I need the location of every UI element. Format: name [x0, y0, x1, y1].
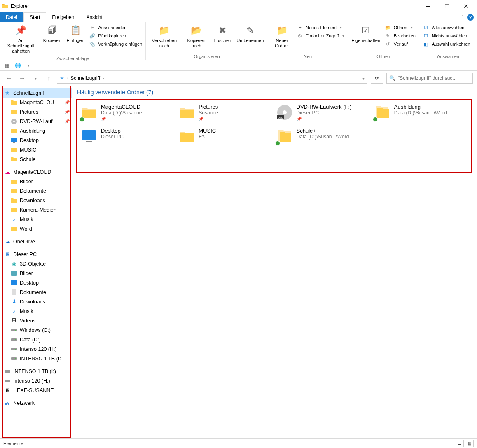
- tree-magenta-item[interactable]: Downloads: [2, 196, 72, 205]
- tab-start[interactable]: Start: [23, 12, 46, 22]
- tree-network[interactable]: 🖧 Netzwerk: [2, 398, 72, 408]
- folder-item[interactable]: Schule+ Data (D:)\Susan...\Word: [276, 128, 370, 145]
- tree-thispc-item[interactable]: Windows (C:): [2, 325, 72, 335]
- easy-access-button[interactable]: ⚙Einfacher Zugriff▾: [295, 32, 346, 40]
- tree-quick-item[interactable]: MUSIC: [2, 145, 72, 154]
- invert-selection-button[interactable]: ◧Auswahl umkehren: [421, 40, 472, 48]
- tree-drive-item[interactable]: 🖥HEXE-SUSANNE: [2, 385, 72, 395]
- navigation-tree[interactable]: ★ Schnellzugriff MagentaCLOU📌Pictures📌DV…: [0, 86, 72, 438]
- tree-thispc[interactable]: 🖥 Dieser PC: [2, 250, 72, 259]
- tree-magenta-item[interactable]: Dokumente: [2, 186, 72, 196]
- selectnone-icon: ☐: [423, 33, 429, 39]
- copyto-label: Kopieren nach: [184, 38, 208, 49]
- tab-share[interactable]: Freigeben: [46, 12, 80, 22]
- select-none-button[interactable]: ☐Nichts auswählen: [421, 32, 472, 40]
- maximize-button[interactable]: ☐: [437, 0, 456, 12]
- qat-view-icon[interactable]: ▦: [2, 61, 12, 70]
- folder-name: DVD-RW-Laufwerk (F:): [297, 104, 352, 110]
- tree-magentacloud[interactable]: ☁ MagentaCLOUD: [2, 167, 72, 177]
- tree-thispc-item[interactable]: Bilder: [2, 268, 72, 278]
- back-button[interactable]: ←: [4, 73, 14, 83]
- history-button[interactable]: ↺Verlauf: [383, 40, 417, 48]
- folder-large-icon: [178, 128, 195, 145]
- svg-rect-4: [11, 271, 17, 276]
- folder-item[interactable]: MUSIC E:\: [178, 128, 272, 145]
- svg-point-11: [15, 339, 16, 340]
- tree-thispc-item[interactable]: 🎞Videos: [2, 316, 72, 325]
- addr-dropdown-icon[interactable]: ▾: [362, 76, 365, 81]
- refresh-button[interactable]: ⟳: [371, 73, 383, 84]
- tree-thispc-item[interactable]: Desktop: [2, 278, 72, 287]
- copy-path-button[interactable]: 🔗Pfad kopieren: [87, 32, 144, 40]
- tree-thispc-item[interactable]: Data (D:): [2, 335, 72, 344]
- forward-button[interactable]: →: [17, 73, 27, 83]
- pin-quickaccess-button[interactable]: 📌 An Schnellzugriff anheften: [2, 23, 40, 55]
- ribbon-collapse-icon[interactable]: ˄: [461, 14, 464, 20]
- folder-item[interactable]: DVD DVD-RW-Laufwerk (F:) Dieser PC 📌: [276, 104, 370, 121]
- pin-icon: 📌: [101, 117, 142, 121]
- folder-item[interactable]: Desktop Dieser PC: [80, 128, 175, 145]
- cut-button[interactable]: ✂Ausschneiden: [87, 24, 144, 31]
- select-all-button[interactable]: ☑Alles auswählen: [421, 24, 472, 31]
- copy-button[interactable]: 🗐 Kopieren: [41, 23, 63, 44]
- tab-file[interactable]: Datei: [0, 12, 23, 22]
- breadcrumb-root[interactable]: Schnellzugriff: [70, 75, 100, 81]
- tree-quick-item[interactable]: Desktop: [2, 135, 72, 145]
- organize-caption: Organisieren: [147, 53, 266, 60]
- folder-icon: [11, 197, 17, 204]
- paste-button[interactable]: 📋 Einfügen: [64, 23, 87, 44]
- paste-link-button[interactable]: 📎Verknüpfung einfügen: [87, 40, 144, 48]
- recent-dropdown[interactable]: ▾: [30, 73, 40, 83]
- new-folder-button[interactable]: 📁 Neuer Ordner: [270, 23, 294, 49]
- search-box[interactable]: 🔍: [386, 73, 473, 84]
- folder-large-icon: [276, 128, 293, 145]
- properties-icon: ☑: [359, 24, 372, 37]
- pin-icon: 📌: [199, 117, 218, 121]
- tree-thispc-item[interactable]: ⬇Downloads: [2, 297, 72, 306]
- tree-drive-item[interactable]: INTENSO 1 TB (I:): [2, 366, 72, 376]
- address-bar[interactable]: ★ › Schnellzugriff › ▾: [57, 73, 367, 84]
- tree-quick-item[interactable]: DVD-RW-Lauf📌: [2, 117, 72, 126]
- tree-quick-item[interactable]: Ausbildung: [2, 126, 72, 135]
- folder-item[interactable]: Pictures Susanne 📌: [178, 104, 272, 121]
- item-icon: [11, 346, 17, 352]
- delete-button[interactable]: ✖ Löschen: [212, 23, 234, 44]
- qat-globe-icon[interactable]: 🌐: [13, 61, 22, 70]
- tree-quick-item[interactable]: MagentaCLOU📌: [2, 98, 72, 107]
- tree-onedrive[interactable]: ☁ OneDrive: [2, 237, 72, 246]
- tree-quickaccess[interactable]: ★ Schnellzugriff: [2, 88, 72, 98]
- rename-button[interactable]: ✎ Umbenennen: [234, 23, 266, 44]
- tree-magenta-item[interactable]: Word: [2, 224, 72, 233]
- minimize-button[interactable]: ─: [419, 0, 437, 12]
- folder-item[interactable]: Ausbildung Data (D:)\Susan...\Word: [374, 104, 468, 121]
- help-icon[interactable]: ?: [467, 14, 474, 21]
- tree-thispc-item[interactable]: ♪Musik: [2, 306, 72, 316]
- tree-thispc-item[interactable]: INTENSO 1 TB (I:: [2, 354, 72, 363]
- tree-magenta-item[interactable]: ♪Musik: [2, 215, 72, 224]
- move-to-button[interactable]: 📁 Verschieben nach: [147, 23, 181, 49]
- tree-drive-item[interactable]: Intenso 120 (H:): [2, 376, 72, 385]
- tree-thispc-item[interactable]: Dokumente: [2, 287, 72, 297]
- search-input[interactable]: [398, 75, 470, 81]
- tree-quick-item[interactable]: Schule+: [2, 154, 72, 164]
- close-button[interactable]: ✕: [456, 0, 475, 12]
- folder-path: Dieser PC: [101, 134, 124, 140]
- folder-item[interactable]: MagentaCLOUD Data (D:)\Susanne 📌: [80, 104, 175, 121]
- tree-thispc-item[interactable]: Intenso 120 (H:): [2, 344, 72, 354]
- edit-button[interactable]: ✎Bearbeiten: [383, 32, 417, 40]
- properties-button[interactable]: ☑ Eigenschaften: [350, 23, 382, 44]
- up-button[interactable]: ↑: [44, 73, 54, 83]
- svg-rect-25: [86, 141, 92, 142]
- view-details-button[interactable]: ☰: [455, 440, 464, 447]
- crumb-sep-icon: ›: [67, 76, 68, 81]
- qat-dropdown-icon[interactable]: ▾: [24, 61, 33, 70]
- new-item-button[interactable]: ✦Neues Element▾: [295, 24, 346, 31]
- view-icons-button[interactable]: ▦: [465, 440, 474, 447]
- tree-magenta-item[interactable]: Bilder: [2, 177, 72, 186]
- tree-quick-item[interactable]: Pictures📌: [2, 107, 72, 117]
- tab-view[interactable]: Ansicht: [80, 12, 108, 22]
- tree-thispc-item[interactable]: ◉3D-Objekte: [2, 259, 72, 268]
- tree-magenta-item[interactable]: Kamera-Medien: [2, 205, 72, 215]
- open-button[interactable]: 📂Öffnen▾: [383, 24, 417, 31]
- copy-to-button[interactable]: 📂 Kopieren nach: [182, 23, 211, 49]
